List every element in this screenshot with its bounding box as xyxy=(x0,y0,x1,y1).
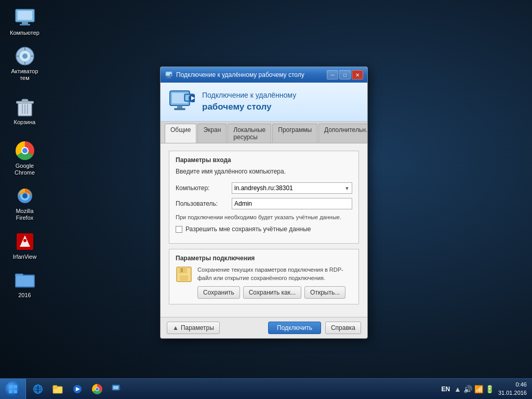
taskbar-rdp-icon[interactable] xyxy=(108,380,126,398)
desktop-icon-computer[interactable]: Компьютер xyxy=(5,5,44,38)
save-credentials-row: Разрешить мне сохранять учётные данные xyxy=(176,225,352,233)
desktop-icon-area: Компьютер Активатор тем xyxy=(5,5,44,301)
start-button[interactable] xyxy=(0,379,26,400)
svg-rect-1 xyxy=(18,11,32,20)
rdp-titlebar-icon xyxy=(165,71,173,79)
rdp-header: Подключение к удалённому рабочему столу xyxy=(161,83,367,122)
recycle-bin-icon xyxy=(15,97,35,117)
user-label: Пользователь: xyxy=(176,200,228,207)
desktop-icon-recycle[interactable]: Корзина xyxy=(5,95,44,128)
svg-point-22 xyxy=(23,239,26,242)
taskbar-explorer-icon[interactable] xyxy=(48,380,67,398)
connection-buttons: Сохранить Сохранить как... Открыть... xyxy=(197,286,352,299)
params-button[interactable]: ▲ Параметры xyxy=(167,322,220,334)
svg-rect-42 xyxy=(180,275,188,281)
taskbar-time: 0:46 xyxy=(498,381,527,389)
tab-advanced[interactable]: Дополнительн... xyxy=(318,124,367,143)
svg-rect-54 xyxy=(113,386,118,389)
tray-volume-icon[interactable]: 🔊 xyxy=(463,385,472,393)
rdp-header-monitor-icon xyxy=(169,89,195,115)
svg-rect-33 xyxy=(177,105,182,108)
svg-rect-13 xyxy=(22,99,28,102)
taskbar-clock[interactable]: 0:46 31.01.2016 xyxy=(498,381,527,397)
rdp-header-line2: рабочему столу xyxy=(202,101,296,113)
user-field-row: Пользователь: Admin xyxy=(176,198,352,209)
svg-rect-34 xyxy=(174,108,185,110)
connection-params-section: Параметры подключения Сохранение текущих… xyxy=(169,249,359,304)
taskbar-icon-area xyxy=(26,379,129,399)
rdp-header-line1: Подключение к удалённому xyxy=(202,91,296,99)
rdp-tabs: Общие Экран Локальные ресурсы Программы … xyxy=(161,122,367,143)
titlebar-buttons: ─ □ ✕ xyxy=(327,70,363,79)
tab-programs[interactable]: Программы xyxy=(272,124,317,143)
folder-2016-icon xyxy=(15,270,35,290)
svg-rect-28 xyxy=(167,76,170,77)
svg-rect-25 xyxy=(16,276,34,286)
tab-local[interactable]: Локальные ресурсы xyxy=(228,124,271,143)
desktop-icon-2016-label: 2016 xyxy=(18,292,31,299)
rdp-dialog: Подключение к удалённому рабочему столу … xyxy=(160,66,368,339)
rdp-content: Параметры входа Введите имя удалённого к… xyxy=(161,143,367,317)
svg-rect-43 xyxy=(181,268,183,272)
rdp-titlebar-text: Подключение к удалённому рабочему столу xyxy=(176,71,324,78)
save-button[interactable]: Сохранить xyxy=(197,286,240,299)
minimize-button[interactable]: ─ xyxy=(327,70,338,79)
connection-params-row: Сохранение текущих параметров подключени… xyxy=(176,266,352,299)
svg-rect-2 xyxy=(22,22,28,24)
desktop-icon-2016[interactable]: 2016 xyxy=(5,268,44,301)
connection-save-icon xyxy=(176,266,192,283)
user-value: Admin xyxy=(234,200,252,207)
taskbar-right: EN ▲ 🔊 📶 🔋 0:46 31.01.2016 xyxy=(436,379,532,399)
user-input[interactable]: Admin xyxy=(232,198,352,209)
login-note: При подключении необходимо будет указать… xyxy=(176,214,352,221)
taskbar-chrome-icon[interactable] xyxy=(88,380,107,398)
computer-dropdown-arrow: ▼ xyxy=(344,185,350,191)
computer-value: in.andreysh.ru:38301 xyxy=(234,184,293,192)
connect-button[interactable]: Подключить xyxy=(268,322,321,334)
rdp-titlebar: Подключение к удалённому рабочему столу … xyxy=(161,67,367,83)
login-description: Введите имя удалённого компьютера. xyxy=(176,168,286,175)
restore-button[interactable]: □ xyxy=(339,70,351,79)
desktop-icon-firefox[interactable]: Mozilla Firefox xyxy=(5,183,44,223)
computer-select[interactable]: in.andreysh.ru:38301 ▼ xyxy=(232,182,352,194)
tray-battery-icon[interactable]: 🔋 xyxy=(485,385,494,393)
save-credentials-checkbox[interactable] xyxy=(176,226,182,233)
taskbar: EN ▲ 🔊 📶 🔋 0:46 31.01.2016 xyxy=(0,378,532,399)
svg-point-19 xyxy=(22,193,28,198)
desktop-icon-chrome-label: Google Chrome xyxy=(15,163,35,176)
desktop-icon-firefox-label: Mozilla Firefox xyxy=(16,208,33,221)
taskbar-ie-icon[interactable] xyxy=(29,380,47,398)
taskbar-tray: ▲ 🔊 📶 🔋 xyxy=(454,385,494,393)
firefox-icon xyxy=(15,185,35,206)
taskbar-language[interactable]: EN xyxy=(441,385,450,393)
login-computer-row: Введите имя удалённого компьютера. xyxy=(176,168,352,178)
params-label: Параметры xyxy=(181,324,214,331)
params-arrow-icon: ▲ xyxy=(172,324,179,331)
computer-field-row: Компьютер: in.andreysh.ru:38301 ▼ xyxy=(176,182,352,194)
tab-general[interactable]: Общие xyxy=(165,124,196,143)
open-button[interactable]: Открыть... xyxy=(304,286,345,299)
taskbar-media-icon[interactable] xyxy=(68,380,87,398)
activator-icon xyxy=(15,46,35,66)
desktop-icon-chrome[interactable]: Google Chrome xyxy=(5,138,44,178)
tab-display[interactable]: Экран xyxy=(197,124,227,143)
tray-network-icon[interactable]: 📶 xyxy=(474,385,483,393)
desktop-icon-activator[interactable]: Активатор тем xyxy=(5,44,44,84)
desktop-icon-irfanview[interactable]: IrfanView xyxy=(5,229,44,262)
rdp-header-text: Подключение к удалённому рабочему столу xyxy=(202,90,296,113)
desktop-icon-recycle-label: Корзина xyxy=(14,119,36,126)
desktop-icon-computer-label: Компьютер xyxy=(10,30,39,36)
svg-rect-50 xyxy=(53,385,57,388)
tray-arrow-icon[interactable]: ▲ xyxy=(454,385,461,393)
login-params-title: Параметры входа xyxy=(176,156,352,164)
close-button[interactable]: ✕ xyxy=(352,70,363,79)
help-button[interactable]: Справка xyxy=(325,322,361,334)
svg-point-6 xyxy=(22,54,28,59)
desktop: Компьютер Активатор тем xyxy=(0,0,532,399)
rdp-footer: ▲ Параметры Подключить Справка xyxy=(161,317,367,338)
svg-rect-29 xyxy=(166,77,171,78)
connection-params-title: Параметры подключения xyxy=(176,255,352,262)
save-as-button[interactable]: Сохранить как... xyxy=(243,286,301,299)
desktop-icon-irfanview-label: IrfanView xyxy=(13,254,37,260)
computer-icon xyxy=(15,7,35,28)
